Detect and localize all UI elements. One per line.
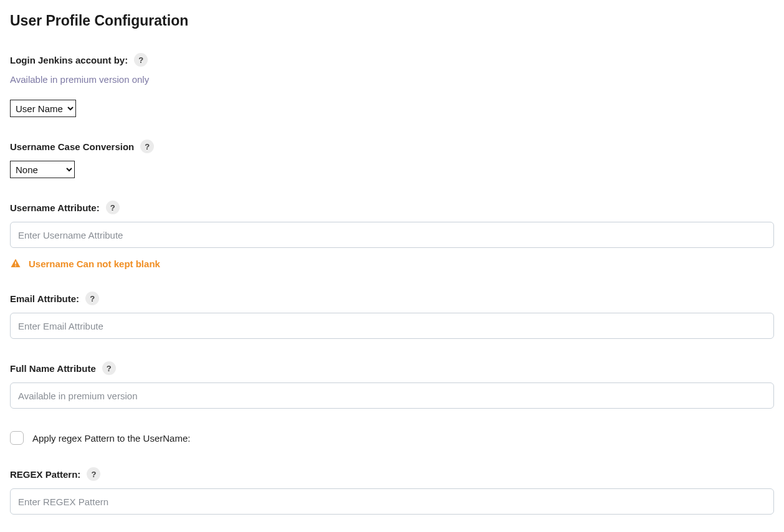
form-group-email-attr: Email Attribute: ?	[10, 292, 774, 339]
username-attr-label: Username Attribute: ?	[10, 201, 120, 214]
help-icon[interactable]: ?	[102, 361, 116, 375]
warning-triangle-icon	[10, 258, 21, 269]
form-group-username-attr: Username Attribute: ? Username Can not k…	[10, 201, 774, 269]
regex-pattern-label: REGEX Pattern: ?	[10, 467, 100, 481]
login-by-label: Login Jenkins account by: ?	[10, 53, 148, 67]
fullname-attr-label: Full Name Attribute ?	[10, 361, 116, 375]
help-icon[interactable]: ?	[140, 140, 154, 153]
form-group-case-conversion: Username Case Conversion ? None	[10, 140, 774, 178]
svg-rect-0	[15, 262, 16, 265]
username-validation: Username Can not kept blank	[10, 258, 774, 269]
email-attr-label-text: Email Attribute:	[10, 293, 79, 304]
svg-rect-1	[15, 265, 16, 267]
help-icon[interactable]: ?	[134, 53, 148, 67]
regex-pattern-input[interactable]	[10, 488, 774, 515]
apply-regex-label: Apply regex Pattern to the UserName:	[32, 433, 190, 444]
email-attr-input[interactable]	[10, 313, 774, 339]
help-icon[interactable]: ?	[85, 292, 99, 305]
form-group-fullname-attr: Full Name Attribute ?	[10, 361, 774, 409]
case-conversion-label: Username Case Conversion ?	[10, 140, 154, 153]
help-icon[interactable]: ?	[87, 467, 100, 481]
fullname-attr-label-text: Full Name Attribute	[10, 363, 96, 374]
username-attr-label-text: Username Attribute:	[10, 202, 100, 213]
form-group-login-by: Login Jenkins account by: ? Available in…	[10, 53, 774, 117]
username-attr-input[interactable]	[10, 222, 774, 248]
username-validation-text: Username Can not kept blank	[29, 259, 160, 269]
apply-regex-row: Apply regex Pattern to the UserName:	[10, 431, 774, 445]
login-by-select[interactable]: User Name	[10, 100, 76, 117]
apply-regex-checkbox[interactable]	[10, 431, 24, 445]
case-conversion-select[interactable]: None	[10, 161, 75, 178]
fullname-attr-input[interactable]	[10, 382, 774, 409]
form-group-regex-pattern: REGEX Pattern: ?	[10, 467, 774, 515]
help-icon[interactable]: ?	[106, 201, 120, 214]
login-by-label-text: Login Jenkins account by:	[10, 55, 128, 65]
email-attr-label: Email Attribute: ?	[10, 292, 99, 305]
premium-note: Available in premium version only	[10, 74, 774, 85]
case-conversion-label-text: Username Case Conversion	[10, 141, 134, 152]
regex-pattern-label-text: REGEX Pattern:	[10, 469, 80, 480]
page-title: User Profile Configuration	[10, 12, 774, 29]
